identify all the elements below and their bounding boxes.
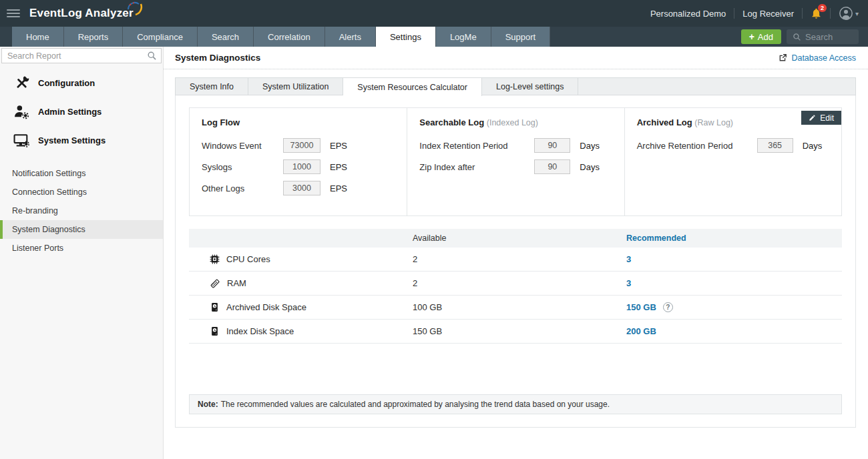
field-label: Index Retention Period (419, 141, 534, 151)
available-value: 2 (413, 278, 626, 288)
windows-event-eps-input[interactable] (283, 138, 320, 153)
external-link-icon (779, 53, 787, 62)
tab-system-resources-calculator[interactable]: System Resources Calculator (343, 77, 482, 96)
search-report-input[interactable] (1, 48, 162, 63)
field-label: Windows Event (202, 141, 283, 151)
edit-button[interactable]: Edit (801, 111, 841, 125)
divider (734, 8, 734, 19)
sidebar-group-label: Admin Settings (38, 107, 101, 117)
recommended-column-header: Recommended (626, 234, 842, 243)
row-label: Index Disk Space (226, 326, 294, 336)
nav-tab-alerts[interactable]: Alerts (325, 27, 376, 47)
sidebar-group-label: Configuration (38, 78, 95, 88)
log-flow-title: Log Flow (202, 117, 395, 127)
archive-retention-input[interactable] (757, 138, 793, 153)
main-content: System Diagnostics Database Access Syste… (164, 47, 868, 459)
user-menu-button[interactable]: ▾ (839, 6, 859, 21)
note-text: The recommended values are calculated an… (221, 400, 610, 409)
field-unit: EPS (330, 183, 347, 193)
searchable-log-column: Searchable Log (Indexed Log) Index Reten… (407, 108, 624, 215)
diagnostics-tabs: System Info System Utilization System Re… (175, 77, 856, 95)
sidebar-item-listener-ports[interactable]: Listener Ports (0, 239, 163, 258)
log-receiver-link[interactable]: Log Receiver (742, 9, 794, 19)
row-label: CPU Cores (226, 254, 270, 264)
sidebar-item-notification-settings[interactable]: Notification Settings (0, 164, 163, 183)
archived-log-column: Edit Archived Log (Raw Log) Archive Rete… (624, 108, 841, 215)
table-row-index-disk-space: Index Disk Space 150 GB 200 GB (189, 320, 842, 344)
log-flow-column: Log Flow Windows Event EPS Syslogs EPS O… (190, 108, 407, 215)
nav-tab-reports[interactable]: Reports (64, 27, 124, 47)
notification-badge: 2 (818, 4, 827, 12)
nav-tab-settings[interactable]: Settings (376, 27, 436, 47)
global-search[interactable] (787, 29, 859, 44)
divider (830, 8, 831, 19)
sidebar-group-system-settings[interactable]: System Settings (0, 126, 163, 155)
field-unit: EPS (330, 141, 347, 151)
personalized-demo-link[interactable]: Personalized Demo (650, 9, 726, 19)
table-row-ram: RAM 2 3 (189, 272, 842, 296)
available-value: 100 GB (413, 302, 626, 312)
archived-log-subtitle: (Raw Log) (694, 118, 733, 127)
page-title: System Diagnostics (175, 53, 260, 63)
main-nav: Home Reports Compliance Search Correlati… (0, 27, 868, 47)
searchable-log-title: Searchable Log (419, 117, 484, 127)
field-unit: Days (580, 162, 600, 172)
index-retention-input[interactable] (534, 138, 570, 153)
field-unit: EPS (330, 162, 347, 172)
sidebar-item-re-branding[interactable]: Re-branding (0, 201, 163, 220)
global-search-input[interactable] (805, 32, 852, 42)
nav-tab-home[interactable]: Home (12, 27, 64, 47)
tab-system-utilization[interactable]: System Utilization (248, 78, 343, 95)
notifications-button[interactable]: 2 (811, 7, 822, 19)
tab-log-level-settings[interactable]: Log-Level settings (482, 78, 578, 95)
nav-tab-correlation[interactable]: Correlation (254, 27, 325, 47)
sidebar-group-admin-settings[interactable]: Admin Settings (0, 97, 163, 126)
nav-tab-compliance[interactable]: Compliance (123, 27, 198, 47)
field-label: Other Logs (202, 183, 283, 193)
cpu-icon (210, 254, 220, 264)
note-label: Note: (198, 400, 218, 409)
zip-index-after-input[interactable] (534, 159, 570, 174)
recommended-value: 150 GB (626, 302, 656, 312)
sidebar-item-system-diagnostics[interactable]: System Diagnostics (0, 220, 163, 239)
caret-down-icon: ▾ (855, 10, 859, 17)
sidebar-group-label: System Settings (38, 135, 105, 145)
nav-tab-logme[interactable]: LogMe (436, 27, 491, 47)
field-label: Zip Index after (419, 162, 534, 172)
search-icon (793, 33, 801, 41)
disk-icon (210, 302, 220, 312)
database-access-link[interactable]: Database Access (779, 53, 856, 63)
tab-system-info[interactable]: System Info (176, 78, 248, 95)
sidebar-group-configuration[interactable]: Configuration (0, 69, 163, 97)
recommended-value: 3 (626, 254, 631, 264)
edit-button-label: Edit (820, 113, 834, 123)
user-avatar-icon (839, 6, 853, 21)
divider (802, 8, 803, 19)
plus-icon: + (749, 31, 754, 42)
edit-pencil-icon (809, 114, 816, 121)
settings-sidebar: Configuration Admin Settings (0, 47, 164, 459)
note-bar: Note:The recommended values are calculat… (189, 394, 842, 414)
syslogs-eps-input[interactable] (283, 159, 320, 174)
nav-tab-support[interactable]: Support (491, 27, 551, 47)
field-label: Syslogs (202, 162, 283, 172)
table-row-cpu-cores: CPU Cores 2 3 (189, 248, 842, 272)
brand: EventLog Analyzer (29, 7, 134, 20)
menu-icon[interactable] (7, 9, 20, 17)
recommended-value: 200 GB (626, 326, 656, 336)
brand-swoosh-icon (126, 1, 144, 17)
help-icon[interactable]: ? (663, 302, 673, 312)
sidebar-item-connection-settings[interactable]: Connection Settings (0, 183, 163, 201)
log-settings-panel: Log Flow Windows Event EPS Syslogs EPS O… (189, 107, 842, 216)
add-button-label: Add (758, 32, 773, 42)
available-value: 150 GB (413, 326, 626, 336)
nav-tab-search[interactable]: Search (198, 27, 254, 47)
admin-user-icon (13, 103, 30, 120)
brand-name: EventLog Analyzer (29, 7, 134, 20)
add-button[interactable]: + Add (741, 29, 781, 44)
tools-icon (13, 75, 30, 91)
other-logs-eps-input[interactable] (283, 181, 320, 195)
system-monitor-icon (13, 132, 30, 149)
database-access-label: Database Access (791, 53, 856, 63)
field-label: Archive Retention Period (637, 141, 757, 151)
